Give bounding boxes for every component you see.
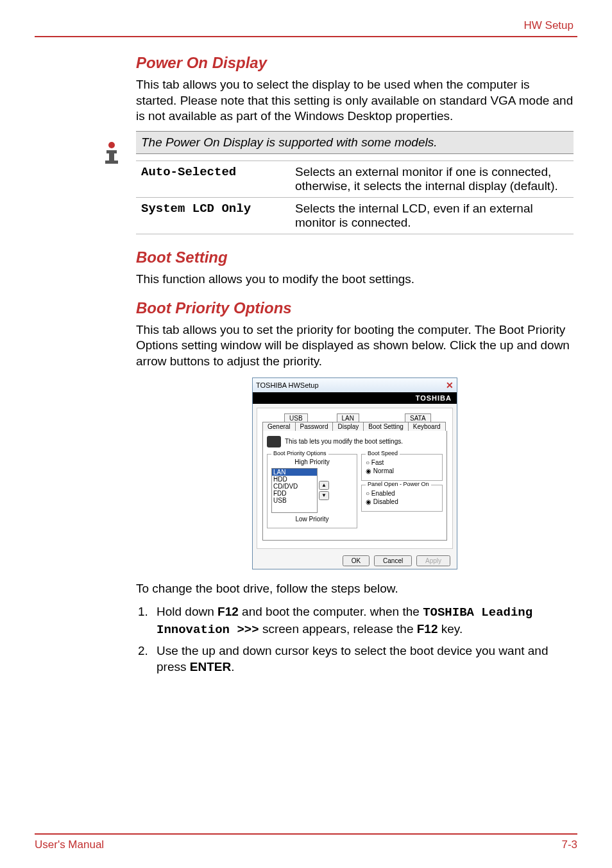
steps-list: Hold down F12 and boot the computer. whe… <box>151 603 574 676</box>
boot-setting-body: This function allows you to modify the b… <box>136 272 574 288</box>
list-item[interactable]: FDD <box>272 490 317 497</box>
table-row: Auto-Selected Selects an external monito… <box>136 161 574 198</box>
step-2: Use the up and down cursor keys to selec… <box>151 643 574 675</box>
svg-rect-2 <box>109 150 114 162</box>
note-box: The Power On Display is supported with s… <box>136 131 574 154</box>
hwsetup-window: TOSHIBA HWSetup ✕ TOSHIBA USB LAN SATA G… <box>252 378 457 569</box>
low-priority-label: Low Priority <box>271 516 353 523</box>
power-on-display-heading: Power On Display <box>136 54 574 72</box>
footer-divider <box>35 833 577 835</box>
boot-priority-group-title: Boot Priority Options <box>271 450 328 456</box>
move-down-button[interactable]: ▼ <box>319 491 329 500</box>
tab-password[interactable]: Password <box>295 422 334 431</box>
panel-open-group-title: Panel Open - Power On <box>366 481 431 487</box>
tab-keyboard[interactable]: Keyboard <box>408 422 446 431</box>
tab-general[interactable]: General <box>262 422 296 431</box>
option-desc: Selects an external monitor if one is co… <box>290 161 574 198</box>
radio-fast[interactable]: ○ Fast <box>366 458 438 467</box>
svg-point-0 <box>108 142 115 148</box>
option-desc: Selects the internal LCD, even if an ext… <box>290 198 574 234</box>
header-divider <box>35 36 577 37</box>
header-section-name: HW Setup <box>35 19 577 32</box>
boot-priority-body: This tab allows you to set the priority … <box>136 322 574 370</box>
move-up-button[interactable]: ▲ <box>319 481 329 490</box>
ok-button[interactable]: OK <box>343 555 370 566</box>
list-item[interactable]: HDD <box>272 476 317 483</box>
tab-description: This tab lets you modify the boot settin… <box>285 438 403 445</box>
boot-setting-heading: Boot Setting <box>136 248 574 266</box>
list-item[interactable]: LAN <box>272 469 317 476</box>
table-row: System LCD Only Selects the internal LCD… <box>136 198 574 234</box>
close-icon[interactable]: ✕ <box>446 380 454 390</box>
tab-boot-setting[interactable]: Boot Setting <box>363 422 408 431</box>
option-label: Auto-Selected <box>136 161 290 198</box>
boot-speed-group-title: Boot Speed <box>366 450 400 456</box>
footer-page-number: 7-3 <box>561 838 577 851</box>
list-item[interactable]: CD/DVD <box>272 483 317 490</box>
tab-lan[interactable]: LAN <box>337 413 359 422</box>
change-boot-drive-text: To change the boot drive, follow the ste… <box>136 581 574 597</box>
apply-button[interactable]: Apply <box>416 555 450 566</box>
boot-priority-listbox[interactable]: LAN HDD CD/DVD FDD USB <box>271 468 318 513</box>
tab-usb[interactable]: USB <box>284 413 308 422</box>
tab-sata[interactable]: SATA <box>405 413 431 422</box>
options-table: Auto-Selected Selects an external monito… <box>136 161 574 234</box>
power-on-display-body: This tab allows you to select the displa… <box>136 77 574 125</box>
high-priority-label: High Priority <box>271 458 353 465</box>
option-label: System LCD Only <box>136 198 290 234</box>
boot-priority-heading: Boot Priority Options <box>136 299 574 317</box>
toshiba-brand-bar: TOSHIBA <box>253 392 457 404</box>
list-item[interactable]: USB <box>272 497 317 504</box>
info-icon <box>98 137 126 168</box>
window-title: TOSHIBA HWSetup <box>256 381 319 389</box>
radio-enabled[interactable]: ○ Enabled <box>366 489 438 498</box>
tab-display[interactable]: Display <box>332 422 364 431</box>
footer-left: User's Manual <box>35 838 104 851</box>
boot-settings-icon <box>267 436 281 447</box>
svg-rect-3 <box>105 161 118 164</box>
step-1: Hold down F12 and boot the computer. whe… <box>151 603 574 639</box>
cancel-button[interactable]: Cancel <box>374 555 412 566</box>
radio-normal[interactable]: ◉ Normal <box>366 467 438 475</box>
radio-disabled[interactable]: ◉ Disabled <box>366 498 438 506</box>
